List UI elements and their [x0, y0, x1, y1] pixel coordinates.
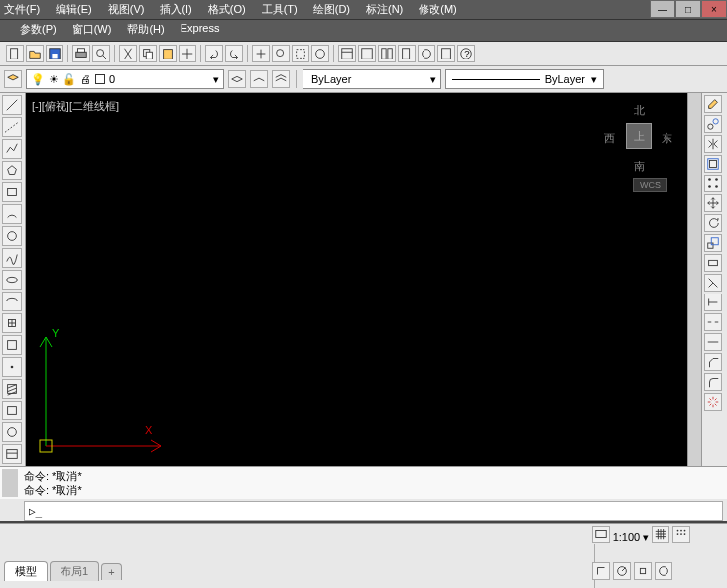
arc-button[interactable]: [2, 204, 22, 224]
ortho-button[interactable]: [592, 562, 610, 580]
layer-manager-button[interactable]: [4, 70, 22, 88]
color-dropdown[interactable]: ByLayer ▾: [303, 69, 441, 89]
menu-modify[interactable]: 修改(M): [419, 2, 457, 17]
tab-model[interactable]: 模型: [4, 561, 48, 581]
properties-button[interactable]: [338, 45, 356, 62]
move-button[interactable]: [704, 194, 722, 212]
make-block-button[interactable]: [2, 335, 22, 355]
grid-button[interactable]: [652, 526, 669, 543]
layer-states-button[interactable]: [228, 70, 246, 88]
model-space-button[interactable]: [592, 526, 610, 543]
rectangle-button[interactable]: [2, 182, 22, 202]
layer-dropdown[interactable]: 💡 ☀ 🔓 🖨 0 ▾: [26, 69, 224, 89]
zoom-window-button[interactable]: [292, 45, 309, 62]
circle-button[interactable]: [2, 226, 22, 246]
chamfer-button[interactable]: [704, 353, 722, 371]
break-button[interactable]: [704, 313, 722, 331]
mirror-button[interactable]: [704, 135, 722, 153]
panel-handle[interactable]: [2, 469, 18, 497]
dropdown-arrow-icon[interactable]: ▾: [643, 531, 649, 543]
scale-button[interactable]: [704, 234, 722, 252]
rotate-button[interactable]: [704, 214, 722, 232]
snap-button[interactable]: [672, 526, 690, 543]
menu-draw[interactable]: 绘图(D): [313, 2, 350, 17]
viewcube-face[interactable]: 上: [626, 123, 652, 149]
array-button[interactable]: [704, 175, 722, 192]
line-button[interactable]: [2, 95, 22, 115]
extend-button[interactable]: [704, 294, 722, 311]
viewcube[interactable]: 北 南 西 东 上: [604, 103, 673, 173]
layer-iso-button[interactable]: [272, 70, 290, 88]
lineweight-dropdown[interactable]: ByLayer ▾: [445, 69, 604, 89]
region-button[interactable]: [2, 422, 22, 442]
viewport-label[interactable]: [-][俯视][二维线框]: [32, 99, 119, 114]
join-button[interactable]: [704, 333, 722, 351]
dc-button[interactable]: [358, 45, 376, 62]
ellipse-arc-button[interactable]: [2, 292, 22, 311]
polygon-button[interactable]: [2, 161, 22, 180]
osnap-button[interactable]: [634, 562, 652, 580]
ellipse-button[interactable]: [2, 270, 22, 290]
menu-parametric[interactable]: 参数(P): [20, 22, 57, 37]
stretch-button[interactable]: [704, 254, 722, 272]
window-maximize-button[interactable]: □: [675, 0, 701, 18]
layer-prev-button[interactable]: [250, 70, 268, 88]
spline-button[interactable]: [2, 248, 22, 268]
save-button[interactable]: [46, 45, 63, 62]
menu-format[interactable]: 格式(O): [208, 2, 246, 17]
construction-line-button[interactable]: [2, 117, 22, 137]
print-button[interactable]: [72, 45, 90, 62]
open-button[interactable]: [26, 45, 44, 62]
menu-help[interactable]: 帮助(H): [127, 22, 164, 37]
polyline-button[interactable]: [2, 139, 22, 159]
table-button[interactable]: [2, 444, 22, 464]
drawing-viewport[interactable]: [-][俯视][二维线框] 北 南 西 东 上 WCS Y X: [26, 93, 687, 466]
fillet-button[interactable]: [704, 373, 722, 391]
markup-button[interactable]: [418, 45, 435, 62]
command-history-line: 命令: *取消*: [24, 469, 703, 483]
copy-obj-button[interactable]: [704, 115, 722, 133]
wcs-badge[interactable]: WCS: [633, 178, 667, 192]
sheetset-button[interactable]: [398, 45, 416, 62]
calc-button[interactable]: [437, 45, 455, 62]
help-button[interactable]: ?: [457, 45, 475, 62]
trim-button[interactable]: [704, 274, 722, 292]
insert-block-button[interactable]: [2, 313, 22, 333]
zoom-prev-button[interactable]: [311, 45, 329, 62]
point-button[interactable]: [2, 357, 22, 377]
erase-button[interactable]: [704, 95, 722, 113]
tool-palette-button[interactable]: [378, 45, 396, 62]
undo-button[interactable]: [205, 45, 223, 62]
polar-button[interactable]: [613, 562, 631, 580]
menu-edit[interactable]: 编辑(E): [56, 2, 92, 17]
gradient-button[interactable]: [2, 401, 22, 420]
tab-layout1[interactable]: 布局1: [50, 561, 99, 581]
menu-view[interactable]: 视图(V): [108, 2, 145, 17]
3dosnap-button[interactable]: [655, 562, 672, 580]
vertical-scrollbar[interactable]: [687, 93, 701, 466]
offset-button[interactable]: [704, 155, 722, 173]
explode-button[interactable]: [704, 393, 722, 411]
cut-button[interactable]: [119, 45, 137, 62]
hatch-button[interactable]: [2, 379, 22, 399]
menu-dimension[interactable]: 标注(N): [366, 2, 403, 17]
menu-tools[interactable]: 工具(T): [262, 2, 298, 17]
lock-icon: 🔓: [62, 73, 76, 86]
annotation-scale[interactable]: 1:100: [613, 531, 641, 543]
redo-button[interactable]: [225, 45, 243, 62]
tab-add[interactable]: +: [101, 563, 121, 580]
menu-window[interactable]: 窗口(W): [72, 22, 112, 37]
copy-button[interactable]: [139, 45, 157, 62]
command-input[interactable]: [46, 505, 718, 517]
window-close-button[interactable]: ×: [701, 0, 727, 18]
preview-button[interactable]: [92, 45, 110, 62]
zoom-realtime-button[interactable]: [272, 45, 290, 62]
new-button[interactable]: [6, 45, 24, 62]
menu-insert[interactable]: 插入(I): [160, 2, 191, 17]
match-button[interactable]: [179, 45, 196, 62]
pan-button[interactable]: [252, 45, 270, 62]
window-minimize-button[interactable]: —: [650, 0, 675, 18]
paste-button[interactable]: [159, 45, 177, 62]
menu-file[interactable]: 文件(F): [4, 2, 40, 17]
menu-express[interactable]: Express: [181, 22, 220, 37]
